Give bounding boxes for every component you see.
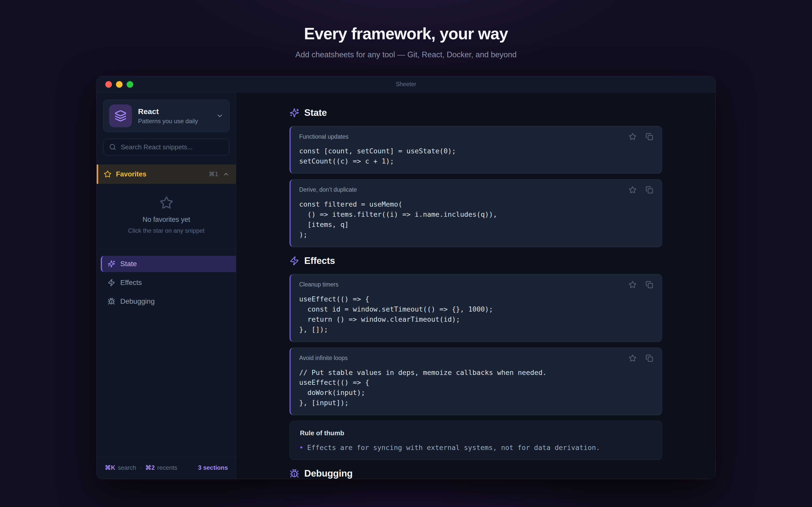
- page-title: Every framework, your way: [0, 24, 812, 43]
- main-content: State Functional updates const [count, s…: [236, 93, 715, 479]
- sidebar: React Patterns you use daily Favorites: [97, 93, 236, 479]
- close-button[interactable]: [105, 81, 112, 88]
- copy-snippet-button[interactable]: [646, 354, 653, 362]
- sidebar-item-label: Effects: [120, 279, 142, 287]
- bug-icon: [108, 298, 115, 305]
- shortcut-recents-key: ⌘2: [145, 464, 155, 471]
- sidebar-footer: ⌘K search · ⌘2 recents 3 sections: [97, 457, 236, 479]
- sidebar-item-debugging[interactable]: Debugging: [101, 293, 236, 309]
- favorite-snippet-button[interactable]: [629, 186, 637, 194]
- star-icon: [104, 170, 111, 178]
- section-title: Debugging: [304, 468, 352, 479]
- favorites-label: Favorites: [116, 170, 146, 178]
- section-title: State: [304, 108, 327, 118]
- copy-snippet-button[interactable]: [646, 281, 653, 288]
- note-text: Effects are for syncing with external sy…: [307, 444, 600, 451]
- sidebar-item-label: State: [120, 260, 137, 268]
- snippet-title: Functional updates: [299, 133, 348, 140]
- favorite-snippet-button[interactable]: [629, 133, 637, 140]
- zoom-button[interactable]: [126, 81, 133, 88]
- star-icon: [629, 281, 637, 288]
- favorites-empty-state: No favorites yet Click the star on any s…: [97, 184, 236, 249]
- snippet-card: Derive, don’t duplicate const filtered =…: [290, 179, 662, 247]
- section-heading-debugging: Debugging: [290, 467, 662, 479]
- copy-icon: [646, 354, 653, 362]
- copy-snippet-button[interactable]: [646, 133, 653, 140]
- sidebar-item-state[interactable]: State: [101, 256, 236, 272]
- star-icon: [629, 133, 637, 140]
- sidebar-item-effects[interactable]: Effects: [101, 275, 236, 291]
- shortcut-search-key: ⌘K: [105, 464, 115, 471]
- copy-icon: [646, 186, 653, 194]
- titlebar: Sheeter: [97, 76, 715, 93]
- star-icon: [160, 196, 173, 210]
- favorite-snippet-button[interactable]: [629, 281, 637, 288]
- snippet-title: Avoid infinite loops: [299, 355, 348, 361]
- chevron-up-icon: [223, 171, 230, 177]
- snippet-code: const [count, setCount] = useState(0); s…: [299, 146, 653, 166]
- snippet-card: Avoid infinite loops // Put stable value…: [290, 347, 662, 415]
- bullet-dot-icon: •: [300, 444, 303, 451]
- sidebar-item-label: Debugging: [120, 297, 155, 305]
- star-icon: [629, 354, 637, 362]
- framework-name: React: [138, 107, 198, 116]
- chevron-down-icon: [216, 112, 223, 120]
- snippet-code: const filtered = useMemo( () => items.fi…: [299, 199, 653, 240]
- page-background: { "hero": { "title": "Every framework, y…: [0, 0, 812, 507]
- favorites-shortcut: ⌘1: [209, 171, 218, 178]
- layers-icon: [109, 104, 132, 127]
- framework-description: Patterns you use daily: [138, 118, 198, 125]
- minimize-button[interactable]: [116, 81, 122, 88]
- sections-count: 3 sections: [198, 464, 228, 471]
- search-icon: [109, 144, 116, 151]
- bug-icon: [290, 469, 299, 478]
- snippet-title: Derive, don’t duplicate: [299, 186, 357, 193]
- hero: Every framework, your way Add cheatsheet…: [0, 0, 812, 59]
- dot-separator: ·: [139, 464, 143, 471]
- window-title: Sheeter: [396, 81, 416, 88]
- section-heading-state: State: [290, 107, 662, 119]
- sparkles-icon: [108, 260, 115, 268]
- copy-icon: [646, 133, 653, 140]
- shortcut-recents-label: recents: [157, 464, 177, 471]
- app-window: Sheeter React Patterns you use daily: [96, 76, 716, 479]
- copy-snippet-button[interactable]: [646, 186, 653, 194]
- section-title: Effects: [304, 256, 335, 266]
- section-nav: State Effects Debugging: [101, 256, 236, 309]
- sparkles-icon: [290, 108, 299, 118]
- search-box: [103, 139, 230, 155]
- snippet-card: Cleanup timers useEffect(() => { const i…: [290, 274, 662, 342]
- window-body: React Patterns you use daily Favorites: [97, 93, 715, 479]
- search-input[interactable]: [121, 143, 223, 151]
- favorite-snippet-button[interactable]: [629, 354, 637, 362]
- favorites-empty-hint: Click the star on any snippet: [97, 227, 236, 234]
- snippet-card: Functional updates const [count, setCoun…: [290, 126, 662, 174]
- shortcut-search-label: search: [118, 464, 136, 471]
- traffic-lights: [105, 76, 133, 92]
- favorites-empty-title: No favorites yet: [97, 216, 236, 224]
- star-icon: [629, 186, 637, 194]
- snippet-title: Cleanup timers: [299, 281, 339, 288]
- framework-selector[interactable]: React Patterns you use daily: [103, 100, 230, 132]
- snippet-code: // Put stable values in deps, memoize ca…: [299, 368, 653, 408]
- zap-icon: [290, 256, 299, 266]
- rule-of-thumb-card: Rule of thumb • Effects are for syncing …: [290, 421, 662, 460]
- copy-icon: [646, 281, 653, 288]
- zap-icon: [108, 279, 115, 286]
- snippet-code: useEffect(() => { const id = window.setT…: [299, 294, 653, 335]
- favorites-header[interactable]: Favorites ⌘1: [97, 165, 236, 184]
- note-title: Rule of thumb: [300, 429, 652, 437]
- page-subtitle: Add cheatsheets for any tool — Git, Reac…: [0, 50, 812, 59]
- section-heading-effects: Effects: [290, 255, 662, 267]
